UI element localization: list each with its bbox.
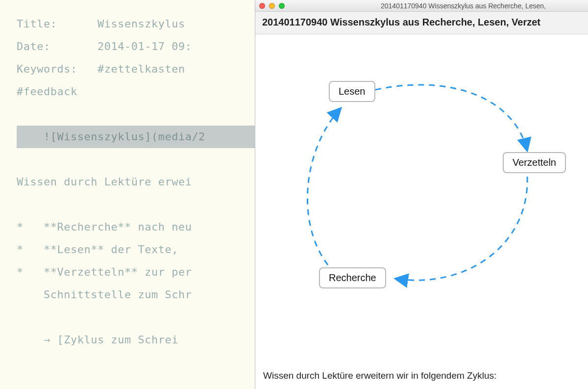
bullet-bold: **Lesen** <box>44 243 104 256</box>
bullet-rest: der Texte, <box>104 243 178 256</box>
window-titlebar[interactable]: 201401170940 Wissenszkylus aus Recherche… <box>255 0 588 12</box>
meta-keywords-line[interactable]: Keywords: #zettelkasten <box>17 58 255 80</box>
cycle-diagram: Lesen Verzetteln Recherche <box>255 34 588 365</box>
bullet-rest: nach neu <box>131 221 192 233</box>
meta-date-value: 2014-01-17 09: <box>98 40 192 52</box>
meta-date-line[interactable]: Date: 2014-01-17 09: <box>17 35 255 58</box>
link-line[interactable]: → [Zyklus zum Schrei <box>17 329 255 351</box>
image-markdown-line[interactable]: ![Wissenszyklus](media/2 <box>17 126 255 148</box>
meta-keywords-label: Keywords: <box>17 63 77 75</box>
continuation-line[interactable]: Schnittstelle zum Schr <box>17 284 255 306</box>
bullet-bold: **Recherche** <box>44 221 131 233</box>
link-text: [Zyklus zum Schrei <box>50 334 178 346</box>
close-icon[interactable] <box>259 3 265 9</box>
blank-line <box>17 103 255 126</box>
meta-keywords-value: #zettelkasten <box>98 63 192 75</box>
continuation-text: Schnittstelle zum Schr <box>44 288 192 301</box>
blank-line <box>17 148 255 171</box>
preview-body-text: Wissen durch Lektüre erweitern wir in fo… <box>255 365 588 389</box>
bullet-star: * <box>17 221 24 233</box>
bullet-rest: zur per <box>138 266 192 278</box>
intro-line[interactable]: Wissen durch Lektüre erwei <box>17 171 255 193</box>
blank-line <box>17 193 255 216</box>
meta-title-line[interactable]: Title: Wissenszkylus <box>17 13 255 35</box>
document-title: 201401170940 Wissenszkylus aus Recherche… <box>255 12 588 34</box>
meta-title-label: Title: <box>17 18 57 30</box>
arrow-recherche-to-lesen <box>307 108 341 265</box>
bullet-star: * <box>17 266 24 278</box>
arrow-icon: → <box>44 334 50 346</box>
node-verzetteln: Verzetteln <box>503 152 566 173</box>
arrow-verzetteln-to-recherche <box>395 177 527 280</box>
node-label: Recherche <box>329 272 376 283</box>
bullet-star: * <box>17 243 24 256</box>
minimize-icon[interactable] <box>269 3 275 9</box>
image-markdown: ![Wissenszyklus](media/2 <box>44 130 205 143</box>
tag-feedback: #feedback <box>17 85 77 98</box>
cycle-arrows-svg <box>255 34 588 329</box>
bullet-line[interactable]: * **Lesen** der Texte, <box>17 238 255 261</box>
node-label: Lesen <box>339 86 366 97</box>
node-label: Verzetteln <box>513 157 556 168</box>
meta-tag-line[interactable]: #feedback <box>17 80 255 103</box>
blank-line <box>17 306 255 329</box>
bullet-bold: **Verzetteln** <box>44 266 138 278</box>
window-title: 201401170940 Wissenszkylus aus Recherche… <box>255 2 588 10</box>
arrow-lesen-to-verzetteln <box>375 85 527 151</box>
intro-text: Wissen durch Lektüre erwei <box>17 176 192 188</box>
node-lesen: Lesen <box>329 81 375 102</box>
meta-title-value: Wissenszkylus <box>98 18 192 30</box>
meta-date-label: Date: <box>17 40 50 52</box>
bullet-line[interactable]: * **Recherche** nach neu <box>17 216 255 238</box>
zoom-icon[interactable] <box>279 3 285 9</box>
app-root: Title: Wissenszkylus Date: 2014-01-17 09… <box>0 0 588 389</box>
traffic-lights <box>259 3 285 9</box>
preview-window: 201401170940 Wissenszkylus aus Recherche… <box>255 0 588 389</box>
bullet-line[interactable]: * **Verzetteln** zur per <box>17 261 255 284</box>
node-recherche: Recherche <box>319 267 386 288</box>
markdown-editor-pane[interactable]: Title: Wissenszkylus Date: 2014-01-17 09… <box>0 0 255 389</box>
